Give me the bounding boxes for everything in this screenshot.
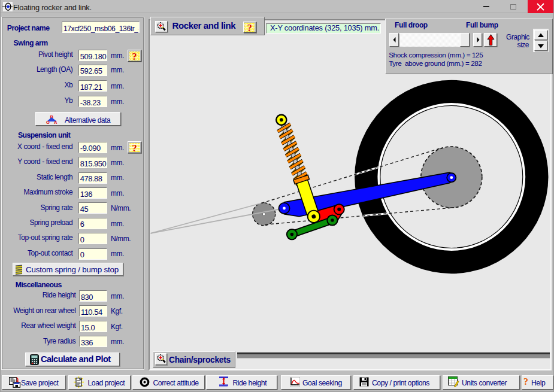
- svg-text:O: O: [46, 119, 50, 124]
- svg-text:A: A: [54, 119, 57, 124]
